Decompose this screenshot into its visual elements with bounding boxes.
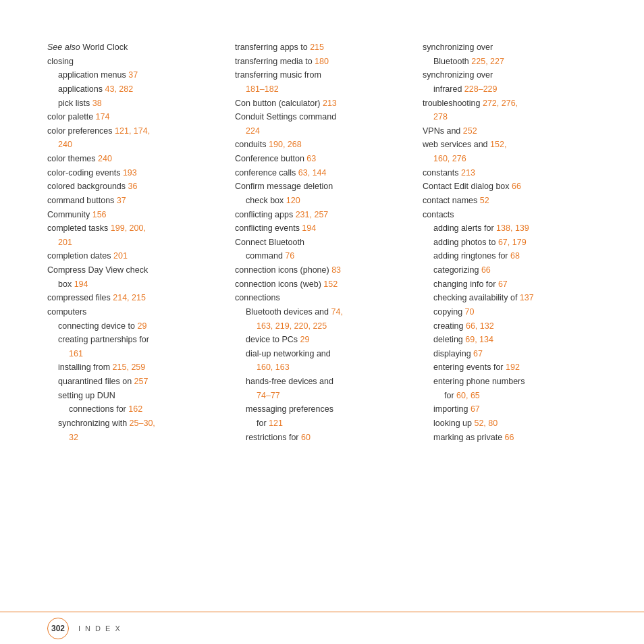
entry-text: World Clock: [80, 43, 128, 52]
index-link[interactable]: 272, 276,: [483, 99, 518, 108]
entry-text: Compress Day View check: [47, 265, 148, 275]
index-link[interactable]: 278: [433, 112, 448, 122]
list-item: transferring music from: [235, 68, 409, 82]
index-link[interactable]: 66: [481, 265, 491, 275]
entry-text: command buttons: [47, 196, 117, 205]
footer-label: I N D E X: [78, 624, 122, 633]
index-link[interactable]: 32: [69, 433, 78, 442]
entry-text: troubleshooting: [423, 99, 483, 108]
index-link[interactable]: 63: [306, 154, 316, 163]
index-link[interactable]: 199, 200,: [111, 223, 146, 233]
index-link[interactable]: 29: [137, 321, 146, 331]
index-link[interactable]: 67: [473, 349, 483, 358]
index-link[interactable]: 201: [113, 251, 128, 261]
entry-text: connecting device to: [58, 321, 137, 331]
index-link[interactable]: 37: [128, 70, 138, 80]
index-link[interactable]: 74–77: [257, 391, 280, 400]
index-link[interactable]: 76: [285, 251, 294, 261]
index-link[interactable]: 38: [92, 99, 102, 108]
list-item: 160, 163: [235, 360, 409, 375]
list-item: deleting 69, 134: [423, 333, 597, 347]
list-item: hands-free devices and: [235, 375, 409, 389]
index-link[interactable]: 66, 132: [466, 321, 494, 331]
index-link[interactable]: 67: [471, 404, 480, 414]
list-item: color themes 240: [47, 152, 221, 166]
entry-text: dial-up networking and: [246, 349, 331, 358]
index-link[interactable]: 228–229: [464, 84, 498, 94]
index-link[interactable]: 224: [246, 126, 260, 136]
list-item: installing from 215, 259: [47, 360, 221, 375]
list-item: command buttons 37: [47, 194, 221, 208]
index-link[interactable]: 29: [300, 335, 310, 344]
index-link[interactable]: 67, 179: [498, 238, 527, 247]
index-link[interactable]: 36: [128, 182, 138, 191]
list-item: application menus 37: [47, 68, 221, 82]
index-link[interactable]: 163, 219, 220, 225: [257, 321, 327, 331]
index-link[interactable]: 70: [465, 307, 475, 317]
index-link[interactable]: 160, 276: [433, 154, 466, 163]
index-link[interactable]: 121: [269, 419, 283, 428]
index-link[interactable]: 213: [461, 168, 475, 178]
index-link[interactable]: 37: [117, 196, 126, 205]
index-link[interactable]: 74,: [331, 307, 342, 317]
index-link[interactable]: 180: [315, 57, 329, 66]
index-link[interactable]: 83: [331, 265, 341, 275]
index-link[interactable]: 67: [498, 279, 508, 289]
entry-text: box: [58, 279, 74, 289]
index-link[interactable]: 156: [92, 210, 107, 219]
entry-text: copying: [433, 307, 465, 317]
index-link[interactable]: 152: [323, 279, 338, 289]
index-link[interactable]: 215: [310, 43, 324, 52]
list-item: applications 43, 282: [47, 82, 221, 97]
index-link[interactable]: 66: [505, 433, 514, 442]
index-link[interactable]: 63, 144: [298, 168, 327, 178]
index-link[interactable]: 160, 163: [257, 363, 290, 372]
index-link[interactable]: 52: [480, 196, 489, 205]
entry-text: color palette: [47, 112, 96, 122]
index-link[interactable]: 137: [520, 293, 534, 302]
index-link[interactable]: 121, 174,: [115, 126, 150, 136]
list-item: setting up DUN: [47, 389, 221, 403]
index-link[interactable]: 225, 227: [471, 57, 504, 66]
index-link[interactable]: 162: [128, 404, 142, 414]
index-link[interactable]: 161: [69, 349, 83, 358]
list-item: command 76: [235, 249, 409, 263]
index-link[interactable]: 240: [98, 154, 112, 163]
index-link[interactable]: 194: [74, 279, 88, 289]
index-link[interactable]: 192: [506, 363, 520, 372]
index-link[interactable]: 152,: [490, 140, 506, 149]
list-item: transferring media to 180: [235, 55, 409, 69]
index-link[interactable]: 215, 259: [113, 363, 146, 372]
index-link[interactable]: 240: [58, 140, 72, 149]
list-item: box 194: [47, 277, 221, 292]
list-item: conflicting apps 231, 257: [235, 208, 409, 222]
index-link[interactable]: 60, 65: [456, 391, 480, 400]
index-link[interactable]: 190, 268: [269, 140, 302, 149]
index-link[interactable]: 193: [123, 168, 137, 178]
index-link[interactable]: 174: [96, 112, 110, 122]
page-number: 302: [47, 618, 69, 639]
list-item: connection icons (phone) 83: [235, 263, 409, 277]
index-link[interactable]: 69, 134: [465, 335, 493, 344]
entry-text: conflicting apps: [235, 210, 296, 219]
index-link[interactable]: 68: [510, 251, 520, 261]
index-link[interactable]: 60: [301, 433, 311, 442]
entry-text: displaying: [433, 349, 473, 358]
index-link[interactable]: 120: [286, 196, 300, 205]
index-link[interactable]: 43, 282: [105, 84, 134, 94]
index-link[interactable]: 138, 139: [496, 223, 529, 233]
index-link[interactable]: 201: [58, 238, 72, 247]
index-link[interactable]: 52, 80: [474, 419, 498, 428]
index-link[interactable]: 257: [134, 377, 149, 386]
list-item: check box 120: [235, 194, 409, 208]
index-link[interactable]: 66: [512, 182, 521, 191]
index-link[interactable]: 194: [302, 223, 316, 233]
index-link[interactable]: 214, 215: [113, 293, 146, 302]
index-link[interactable]: 252: [463, 126, 477, 136]
index-link[interactable]: 181–182: [246, 84, 279, 94]
index-link[interactable]: 231, 257: [296, 210, 329, 219]
entry-text: colored backgrounds: [47, 182, 128, 191]
index-link[interactable]: 25–30,: [130, 419, 155, 428]
list-item: color-coding events 193: [47, 166, 221, 180]
index-link[interactable]: 213: [323, 99, 337, 108]
